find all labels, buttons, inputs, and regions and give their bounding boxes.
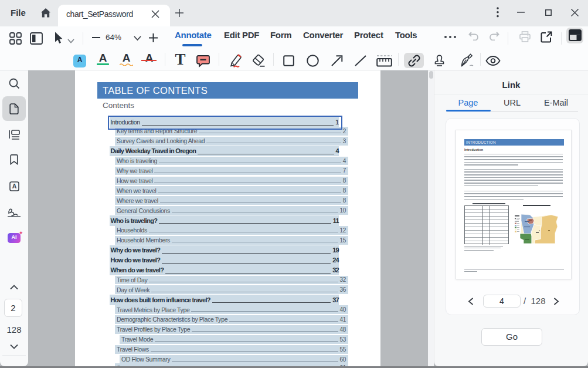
svg-text:A: A: [12, 183, 17, 190]
